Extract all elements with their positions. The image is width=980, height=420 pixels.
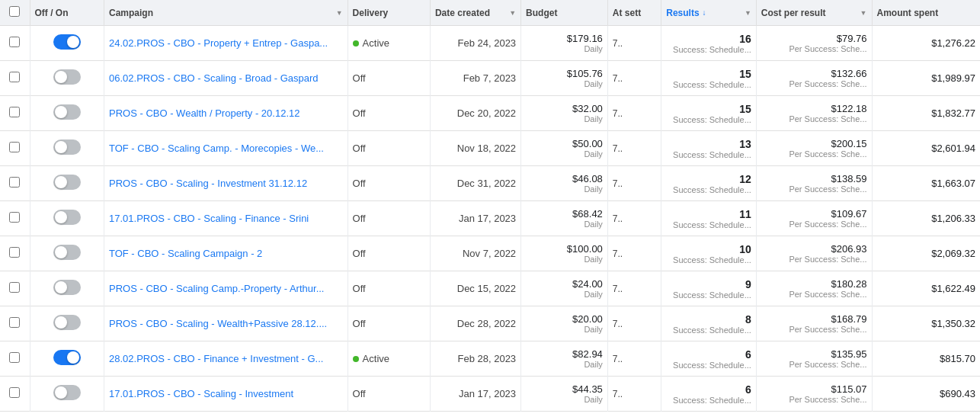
cost-amount: $115.07 [761,383,867,395]
budget-amount: $32.00 [526,103,603,114]
results-header[interactable]: Results ↓ ▼ [661,0,757,26]
budget-cell: $68.42Daily [521,201,608,236]
at-sett-cell: 7.. [607,61,661,96]
campaign-header[interactable]: Campaign ▼ [104,0,348,26]
table-row: 28.02.PROS - CBO - Finance + Investment … [0,341,980,377]
campaign-link[interactable]: PROS - CBO - Scaling - Investment 31.12.… [109,178,343,189]
at-sett-cell: 7.. [607,306,661,341]
cost-amount: $109.67 [761,208,867,220]
cost-per-result-cell: $109.67Per Success: Sche... [756,201,872,236]
toggle-switch[interactable] [53,280,81,295]
results-dropdown-icon[interactable]: ▼ [745,9,751,17]
at-sett-cell: 7.. [607,377,661,412]
at-sett-cell: 7.. [607,201,661,236]
active-status-dot [353,40,359,46]
row-checkbox[interactable] [9,247,20,258]
campaign-link[interactable]: PROS - CBO - Scaling Camp.-Property - Ar… [109,283,343,294]
cost-per-result-cell: $168.79Per Success: Sche... [756,306,872,341]
campaign-link[interactable]: TOF - CBO - Scaling Camp. - Morecopies -… [109,143,343,154]
row-checkbox[interactable] [9,107,20,117]
toggle-switch[interactable] [53,104,81,120]
date-created-header[interactable]: Date created ▼ [430,0,520,26]
row-checkbox[interactable] [9,72,20,82]
at-sett-header: At sett [607,0,661,26]
results-cell: 15Success: Schedule... [661,96,757,131]
delivery-cell: Off [347,131,430,166]
row-checkbox[interactable] [9,387,20,398]
cost-dropdown-icon[interactable]: ▼ [860,9,867,17]
delivery-cell: Off [347,306,430,341]
row-checkbox[interactable] [9,317,20,328]
campaign-link[interactable]: 24.02.PROS - CBO - Property + Entrep - G… [109,37,343,49]
row-checkbox-cell [0,236,30,271]
toggle-switch[interactable] [53,385,81,400]
cost-per-result-cell: $200.15Per Success: Sche... [756,131,872,166]
toggle-switch[interactable] [53,315,81,330]
toggle-switch[interactable] [53,350,81,365]
toggle-knob [55,386,67,399]
amount-spent-cell: $2,601.94 [872,131,980,166]
campaign-link[interactable]: 06.02.PROS - CBO - Scaling - Broad - Gas… [109,72,343,84]
cost-sub: Per Success: Sche... [761,220,867,229]
toggle-knob [55,176,67,188]
toggle-cell [30,131,104,166]
table-row: 17.01.PROS - CBO - Scaling - InvestmentO… [0,377,980,412]
cost-per-result-cell: $115.07Per Success: Sche... [756,377,872,412]
cost-per-result-cell: $132.66Per Success: Sche... [756,61,872,96]
results-cell: 12Success: Schedule... [661,166,757,201]
row-checkbox[interactable] [9,142,20,152]
delivery-status-text: Off [353,388,366,399]
budget-cell: $32.00Daily [521,96,608,131]
row-checkbox[interactable] [9,282,20,293]
budget-cell: $24.00Daily [521,271,608,306]
date-created-cell: Jan 17, 2023 [430,377,520,412]
toggle-switch[interactable] [53,210,81,225]
toggle-switch[interactable] [53,139,81,155]
cost-amount: $79.76 [761,33,867,44]
cost-sub: Per Success: Sche... [761,184,867,194]
toggle-cell [30,201,104,236]
select-all-header[interactable] [0,0,30,26]
results-cell: 6Success: Schedule... [661,341,757,377]
amount-spent-header[interactable]: Amount spent [872,0,980,26]
budget-cell: $105.76Daily [521,61,608,96]
row-checkbox-cell [0,96,30,131]
results-number: 10 [666,243,751,255]
campaign-link[interactable]: 17.01.PROS - CBO - Scaling - Investment [109,388,343,399]
budget-amount: $24.00 [526,278,603,290]
row-checkbox[interactable] [9,37,20,47]
cost-sub: Per Success: Sche... [761,360,867,369]
select-all-checkbox[interactable] [9,6,20,17]
toggle-knob [55,316,67,329]
row-checkbox[interactable] [9,352,20,363]
toggle-switch[interactable] [53,245,81,260]
budget-amount: $68.42 [526,208,603,220]
amount-spent-cell: $1,832.77 [872,96,980,131]
toggle-switch[interactable] [53,34,81,50]
cost-sub: Per Success: Sche... [761,290,867,299]
delivery-cell: Off [347,236,430,271]
campaign-dropdown-icon[interactable]: ▼ [336,9,343,17]
budget-type: Daily [526,255,603,264]
table-row: 17.01.PROS - CBO - Scaling - Finance - S… [0,201,980,236]
budget-cell: $179.16Daily [521,26,608,61]
results-sort-icon[interactable]: ↓ [703,8,706,17]
cost-per-result-header[interactable]: Cost per result ▼ [756,0,872,26]
campaign-cell: PROS - CBO - Scaling - Investment 31.12.… [104,166,348,201]
toggle-switch[interactable] [53,69,81,85]
date-dropdown-icon[interactable]: ▼ [509,9,516,17]
campaign-cell: 17.01.PROS - CBO - Scaling - Investment [104,377,348,412]
budget-amount: $82.94 [526,348,603,360]
cost-amount: $168.79 [761,313,867,325]
campaign-link[interactable]: TOF - CBO - Scaling Campaign - 2 [109,248,343,259]
campaign-link[interactable]: 28.02.PROS - CBO - Finance + Investment … [109,353,343,364]
campaign-link[interactable]: PROS - CBO - Wealth / Property - 20.12.1… [109,107,343,119]
row-checkbox[interactable] [9,212,20,223]
campaign-link[interactable]: PROS - CBO - Scaling - Wealth+Passive 28… [109,318,343,329]
row-checkbox[interactable] [9,177,20,188]
cost-sub: Per Success: Sche... [761,44,867,53]
toggle-switch[interactable] [53,175,81,190]
results-sub: Success: Schedule... [666,290,751,300]
results-sub: Success: Schedule... [666,325,751,335]
campaign-link[interactable]: 17.01.PROS - CBO - Scaling - Finance - S… [109,213,343,224]
